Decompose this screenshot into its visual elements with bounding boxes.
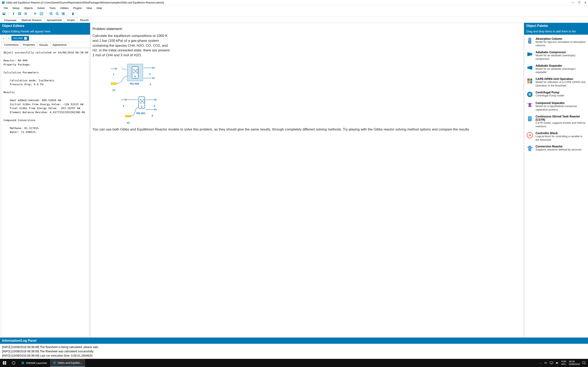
- tray-notifications-icon[interactable]: [582, 361, 586, 365]
- stream-2-arrow[interactable]: [144, 67, 156, 69]
- log-body[interactable]: [INFO] [10/08/2018 08:38:08] The flowshe…: [0, 344, 588, 359]
- breadcrumb-next[interactable]: >: [7, 36, 11, 40]
- taskbar-app-gibbs[interactable]: Gibbs and Equilibri...: [50, 359, 85, 367]
- svg-text:P: P: [529, 93, 531, 96]
- palette-item[interactable]: A Controller BlockLogical block for cont…: [525, 130, 587, 143]
- svg-rect-24: [63, 13, 64, 14]
- play-icon[interactable]: [33, 11, 38, 16]
- breadcrumb-tab[interactable]: RG-000 ×: [11, 36, 29, 41]
- taskbar[interactable]: DWSIM Launcher Gibbs and Equilibri... ︿ …: [0, 359, 588, 367]
- cortana-button[interactable]: [9, 359, 18, 367]
- menu-file[interactable]: File: [2, 6, 10, 10]
- svg-point-71: [12, 361, 15, 364]
- flowsheet-canvas[interactable]: Problem statement: Calculate the equilib…: [90, 23, 524, 337]
- maximize-button[interactable]: ❐: [578, 1, 580, 4]
- problem-body: Calculate the equilibrium compositions a…: [93, 33, 172, 58]
- tray-cloud-icon[interactable]: [544, 362, 547, 364]
- subtab-properties[interactable]: Properties: [21, 42, 37, 47]
- breadcrumb-tab-close[interactable]: ×: [24, 37, 27, 40]
- menu-view[interactable]: View: [84, 6, 94, 10]
- palette-list[interactable]: AB Absorption ColumnModel for rigorous s…: [524, 35, 588, 337]
- svg-rect-73: [53, 361, 56, 364]
- start-button[interactable]: [0, 359, 9, 367]
- info-icon[interactable]: [11, 11, 16, 16]
- save-icon[interactable]: [2, 11, 6, 16]
- breadcrumb-prev[interactable]: <: [2, 36, 6, 40]
- subtab-appearance[interactable]: Appearance: [50, 42, 69, 47]
- reactor-rg000-selection[interactable]: G: [127, 64, 143, 81]
- tray-monitor-icon[interactable]: [550, 361, 553, 364]
- reactor-type-label: G: [132, 75, 138, 78]
- reactor-rg000[interactable]: G: [132, 66, 138, 78]
- svg-marker-42: [155, 99, 157, 100]
- stream-4-arrow[interactable]: [121, 99, 138, 101]
- svg-rect-9: [18, 14, 19, 15]
- taskbar-app-dwsim[interactable]: DWSIM Launcher: [18, 359, 50, 367]
- menu-help[interactable]: Help: [95, 6, 104, 10]
- menu-tools[interactable]: Tools: [47, 6, 58, 10]
- tab-spreadsheet[interactable]: Spreadsheet: [44, 17, 65, 23]
- results-output: Object successfully calculated on 10/08/…: [1, 48, 89, 336]
- stream-3-arrow[interactable]: [144, 77, 156, 79]
- pump-icon: P: [526, 91, 534, 98]
- subtab-connections[interactable]: Connections: [2, 42, 21, 47]
- zoom-out-icon[interactable]: [55, 11, 60, 16]
- breadcrumb: < > RG-000 ×: [0, 35, 90, 42]
- svg-point-26: [72, 13, 74, 15]
- titlebar: Gibbs and Equilibrium Reactors [C:\Users…: [0, 0, 588, 5]
- object-palette-panel: Object Palette Drag and drop items to ad…: [524, 23, 588, 337]
- palette-desc: Supports reactions defined by amounts: [536, 148, 586, 151]
- zoom-in-icon[interactable]: [49, 11, 53, 16]
- svg-rect-0: [2, 1, 3, 4]
- compressor-icon: [526, 50, 534, 58]
- zoom-fit-icon[interactable]: [61, 11, 66, 16]
- stream-6-arrow[interactable]: [146, 108, 158, 111]
- app-icon: [2, 1, 5, 4]
- menu-plugins[interactable]: Plugins: [71, 6, 84, 10]
- palette-item[interactable]: P Centrifugal PumpCentrifugal Pump model: [525, 89, 587, 100]
- snowman-icon[interactable]: [71, 11, 75, 16]
- tray-volume-icon[interactable]: [555, 361, 559, 364]
- palette-item[interactable]: Compound SeparatorModel for a hypothetic…: [525, 100, 587, 113]
- subtab-results[interactable]: Results: [37, 42, 51, 48]
- palette-item[interactable]: AB Absorption ColumnModel for rigorous s…: [525, 35, 587, 49]
- svg-rect-7: [18, 12, 19, 13]
- menu-setup[interactable]: Setup: [10, 6, 21, 10]
- stream-5-arrow[interactable]: [146, 99, 158, 101]
- svg-rect-52: [530, 81, 532, 83]
- palette-item[interactable]: Adiabatic CompressorModel for an adiabat…: [525, 49, 587, 62]
- reactor-re001[interactable]: E: [138, 96, 145, 109]
- tab-results[interactable]: Results: [77, 17, 91, 23]
- palette-item[interactable]: Conversion ReactorSupports reactions def…: [525, 143, 587, 154]
- tab-flowsheet[interactable]: Flowsheet: [2, 17, 19, 23]
- reactor-type-label: E: [139, 105, 145, 108]
- expander-icon: [526, 64, 534, 71]
- document-tabs: Flowsheet Material Streams Spreadsheet S…: [0, 17, 588, 23]
- tab-material-streams[interactable]: Material Streams: [19, 17, 44, 23]
- tray-chevron-icon[interactable]: ︿: [539, 361, 542, 365]
- palette-item[interactable]: CAPE-OPEN Unit OperationModel for utiliz…: [525, 76, 587, 89]
- energy-e2-label: e2: [127, 121, 130, 124]
- palette-title: Conversion Reactor: [536, 145, 586, 148]
- conversion-reactor-icon: [526, 145, 534, 152]
- flowsheet-diagram[interactable]: G RG-000 1 2 3 e1 E RE-001 4 5: [93, 64, 522, 125]
- grid-icon[interactable]: [17, 11, 22, 16]
- palette-item[interactable]: Adiabatic ExpanderModel for an adiabatic…: [525, 62, 587, 76]
- palette-item[interactable]: Continuous Stirred Tank Reactor (CSTR)CS…: [525, 113, 587, 130]
- check-icon[interactable]: [39, 11, 44, 16]
- taskbar-clock[interactable]: POR08:38 INTL10/08/2018: [561, 360, 580, 366]
- svg-rect-70: [5, 363, 6, 365]
- svg-rect-60: [528, 117, 531, 120]
- energy-stream-e2[interactable]: [125, 115, 131, 117]
- stream-1-arrow[interactable]: [111, 67, 127, 70]
- menu-objects[interactable]: Objects: [22, 6, 35, 10]
- sliders-icon[interactable]: [24, 11, 28, 16]
- tab-scripts[interactable]: Scripts: [64, 17, 78, 23]
- close-button[interactable]: ✕: [584, 1, 586, 4]
- minimize-button[interactable]: —: [571, 1, 574, 4]
- toolbar-separator: [9, 12, 9, 16]
- menu-solver[interactable]: Solver: [35, 6, 47, 10]
- svg-rect-2: [4, 1, 4, 4]
- energy-stream-e1[interactable]: [111, 83, 117, 85]
- menu-utilities[interactable]: Utilities: [58, 6, 71, 10]
